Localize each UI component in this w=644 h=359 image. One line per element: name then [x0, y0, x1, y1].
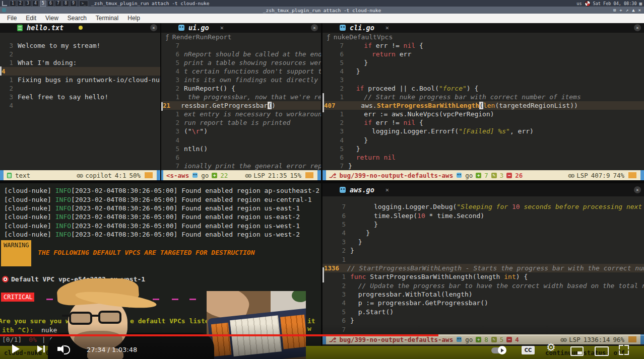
- window-resize-icon[interactable]: ↗: [626, 8, 628, 13]
- text-segment: nil: [404, 119, 415, 126]
- terminal-workspace-icon[interactable]: >_: [79, 1, 88, 7]
- tabbar-aws[interactable]: aws.go ✕ ✕: [323, 183, 644, 196]
- window-close-icon[interactable]: ✕: [638, 8, 641, 13]
- code-line: 5 }: [323, 220, 644, 229]
- menu-edit[interactable]: Edit: [22, 15, 40, 22]
- scroll-indicator[interactable]: [323, 93, 324, 112]
- assistant-label: copilot: [85, 172, 112, 179]
- tabbar-hello[interactable]: hello.txt ✕: [0, 23, 160, 33]
- text-segment: ) {: [467, 85, 478, 92]
- workspace-6[interactable]: 6: [47, 1, 54, 7]
- menu-search[interactable]: Search: [63, 15, 91, 22]
- code-line: 6 return err: [323, 50, 644, 58]
- line-number: 4: [323, 136, 348, 144]
- grid-icon[interactable]: ▦: [639, 1, 642, 6]
- pane-close-icon[interactable]: ✕: [150, 24, 157, 31]
- critical-badge: CRITICAL: [1, 293, 34, 302]
- lang-label: go: [201, 172, 209, 179]
- text-segment: (": [184, 127, 192, 135]
- text-segment: [348, 42, 364, 49]
- menu-view[interactable]: View: [41, 15, 62, 22]
- lang-label: go: [465, 172, 473, 179]
- miniplayer-button[interactable]: [570, 346, 584, 356]
- typed-confirmation[interactable]: nuke: [41, 326, 57, 334]
- scroll-indicator[interactable]: [161, 102, 163, 111]
- taskbar-window-title[interactable]: _zsh_tmux_plugin_run attach -t cloud-nuk…: [91, 1, 210, 6]
- video-progress-played[interactable]: [0, 334, 438, 336]
- code-aws[interactable]: 7 logging.Logger.Debug("Sleeping for 10 …: [323, 202, 644, 334]
- workspace-7[interactable]: 7: [55, 1, 61, 7]
- workspace-3[interactable]: 3: [25, 1, 31, 7]
- scroll-indicator[interactable]: [323, 267, 324, 282]
- text-segment: p.Start(): [350, 308, 394, 316]
- gear-icon: ⚙⚙: [568, 172, 573, 179]
- theater-mode-button[interactable]: [595, 346, 609, 356]
- tab-close-x-icon[interactable]: ✕: [220, 24, 224, 31]
- workspace-5-active[interactable]: 5: [40, 1, 46, 7]
- log-line: [cloud-nuke] INFO[2023-02-04T08:30:26-05…: [0, 230, 321, 239]
- tabbar-cli[interactable]: cli.go ✕ ✕: [323, 23, 644, 33]
- code-line: 4 p := progressbar.GetProgressbar(): [323, 299, 644, 307]
- tab-close-x-icon[interactable]: ✕: [385, 24, 389, 31]
- code-line: 1 err := aws.NukeVpcs(vpcPerRegion): [323, 110, 644, 118]
- text-segment: Feel free to say hello!: [18, 93, 108, 101]
- text-segment: {: [415, 119, 423, 126]
- workspace-4[interactable]: 4: [32, 1, 39, 7]
- code-line: 2: [0, 84, 160, 93]
- text-segment: INFO: [55, 196, 71, 203]
- text-segment: }: [348, 136, 368, 144]
- window-move-icon[interactable]: +: [619, 8, 622, 13]
- text-segment: [2023-02-04T08:30:26-05:00] Found enable…: [71, 187, 319, 194]
- pane-close-icon[interactable]: ✕: [634, 186, 641, 193]
- fullscreen-button[interactable]: [619, 345, 629, 355]
- text-segment: INFO: [55, 187, 71, 194]
- line-number: 3: [0, 93, 18, 101]
- text-segment: t certain functions don't support the re…: [184, 67, 321, 75]
- window-menu-icon[interactable]: [2, 8, 6, 12]
- menu-terminal[interactable]: Terminal: [92, 15, 122, 22]
- tab-ui-go[interactable]: ui.go: [188, 24, 209, 32]
- autoplay-toggle[interactable]: [491, 347, 505, 353]
- tab-close-x-icon[interactable]: ✕: [385, 186, 389, 193]
- line-number: 1336: [323, 264, 347, 272]
- code-line: 6 return nil: [323, 153, 644, 162]
- workspace-9[interactable]: 9: [70, 1, 77, 7]
- keyboard-layout-indicator[interactable]: us: [576, 1, 582, 6]
- workspace-1[interactable]: 1: [10, 1, 16, 7]
- filetype-icon: [7, 172, 12, 178]
- text-segment: What I'm doing:: [18, 59, 77, 66]
- code-line: 4: [0, 67, 160, 76]
- settings-gear-icon[interactable]: ⚙: [546, 341, 556, 353]
- line-number: 7: [161, 162, 184, 170]
- pane-close-icon[interactable]: ✕: [634, 24, 641, 31]
- tab-hello-txt[interactable]: hello.txt: [27, 24, 63, 32]
- window-grid-icon[interactable]: ⊞: [613, 8, 616, 13]
- tab-aws-go[interactable]: aws.go: [350, 186, 374, 194]
- menu-file[interactable]: File: [3, 15, 21, 22]
- text-segment: * time.Second): [425, 212, 484, 220]
- menu-help[interactable]: Help: [123, 15, 144, 22]
- scroll-indicator[interactable]: [0, 66, 2, 76]
- code-line: 1336// StartProgressBarWithLength - Star…: [323, 264, 644, 272]
- code-line: 1ext entry is necessary to workaround an…: [161, 110, 321, 118]
- line-number: 2: [323, 119, 348, 126]
- video-progress-remaining[interactable]: [438, 335, 644, 336]
- line-number: 6: [323, 50, 348, 58]
- code-cli[interactable]: 7 if err != nil {6 return err5 }4 }32 if…: [323, 41, 644, 170]
- workspace-2[interactable]: 2: [17, 1, 24, 7]
- git-deleted-count: 26: [515, 172, 523, 179]
- tabbar-ui[interactable]: ui.go ✕ ✕: [161, 23, 321, 33]
- code-ui[interactable]: 76nReport should be called at the end of…: [161, 41, 321, 170]
- text-segment: ): [272, 102, 276, 109]
- captions-button[interactable]: CC: [522, 346, 535, 354]
- code-hello[interactable]: 3Welcome to my stream!21What I'm doing:4…: [0, 41, 160, 110]
- window-maximize-icon[interactable]: ▲: [632, 8, 634, 13]
- line-number: 1: [0, 76, 18, 84]
- text-segment: p := progressbar.GetProgressbar(): [350, 299, 488, 307]
- workspace-8[interactable]: 8: [62, 1, 69, 7]
- go-file-icon: [178, 25, 184, 31]
- pane-close-icon[interactable]: ✕: [311, 24, 318, 31]
- play-button[interactable]: [12, 344, 20, 353]
- tab-cli-go[interactable]: cli.go: [350, 24, 374, 32]
- line-number: 2: [0, 50, 18, 58]
